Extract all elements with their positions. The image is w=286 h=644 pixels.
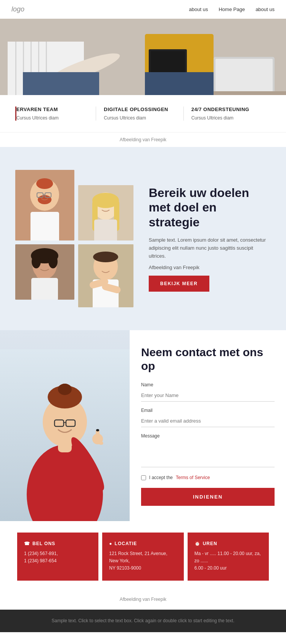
nav-link-about2[interactable]: about us	[255, 6, 275, 12]
feature-desc-1: Cursus Ultrices diam	[104, 115, 175, 121]
feature-title-2: 24/7 ONDERSTEUNING	[191, 107, 263, 112]
submit-button[interactable]: INDIENEN	[141, 488, 275, 506]
clock-icon: ⏰	[194, 541, 201, 546]
svg-rect-14	[23, 72, 99, 95]
info-card-location-title: ● LOCATIE	[109, 541, 177, 546]
pin-icon: ●	[109, 541, 112, 546]
logo: logo	[11, 5, 24, 13]
team-content: Bereik uw doelen met doel en strategie S…	[149, 186, 271, 292]
team-photo-4	[78, 244, 133, 307]
feature-title-0: ERVAREN TEAM	[16, 107, 88, 112]
team-heading: Bereik uw doelen met doel en strategie	[149, 186, 271, 229]
info-card-hours-title: ⏰ UREN	[194, 541, 262, 546]
info-card-hours: ⏰ UREN Ma - vr ..... 11.00 - 20.00 uur, …	[188, 533, 269, 581]
message-label: Message	[141, 433, 275, 439]
svg-point-19	[36, 178, 53, 189]
contact-heading: Neem contact met ons op	[141, 345, 275, 373]
terms-text: I accept the	[149, 475, 173, 480]
team-photos	[15, 170, 137, 307]
svg-point-34	[32, 255, 41, 268]
info-card-phone: ☎ BEL ONS 1 (234) 567-891, 1 (234) 987-6…	[17, 533, 98, 581]
feature-desc-2: Cursus Ultrices diam	[191, 115, 263, 121]
message-textarea[interactable]	[141, 441, 275, 467]
contact-form-area: Neem contact met ons op Name Email Messa…	[130, 330, 286, 521]
info-cards: ☎ BEL ONS 1 (234) 567-891, 1 (234) 987-6…	[0, 521, 286, 592]
svg-rect-24	[31, 212, 59, 240]
feature-item-0: ERVAREN TEAM Cursus Ultrices diam	[15, 107, 96, 121]
info-card-hours-body: Ma - vr ..... 11.00 - 20.00 uur, za, zo …	[194, 550, 262, 572]
footer-text: Sample text. Click to select the text bo…	[11, 617, 275, 625]
team-attribution: Afbeelding van Freepik	[149, 264, 271, 272]
feature-item-1: DIGITALE OPLOSSINGEN Cursus Ultrices dia…	[96, 107, 183, 121]
message-form-group: Message	[141, 433, 275, 469]
svg-rect-2	[15, 42, 16, 95]
name-form-group: Name	[141, 382, 275, 402]
info-card-location: ● LOCATIE 121 Rock Street, 21 Avenue, Ne…	[102, 533, 183, 581]
feature-item-2: 24/7 ONDERSTEUNING Cursus Ultrices diam	[183, 107, 271, 121]
svg-point-51	[58, 384, 72, 395]
info-card-location-body: 121 Rock Street, 21 Avenue, New York, NY…	[109, 550, 177, 572]
info-card-phone-body: 1 (234) 567-891, 1 (234) 987-654	[24, 550, 92, 565]
team-section: Bereik uw doelen met doel en strategie S…	[0, 147, 286, 330]
team-photo-3	[15, 244, 74, 300]
person2-svg	[78, 185, 133, 240]
feature-title-1: DIGITALE OPLOSSINGEN	[104, 107, 175, 112]
team-body: Sample text. Lorem ipsum dolor sit amet,…	[149, 236, 271, 260]
person3-svg	[15, 244, 74, 300]
hero-image	[0, 19, 286, 95]
email-form-group: Email	[141, 408, 275, 427]
contact-person-svg	[0, 349, 130, 521]
feature-desc-0: Cursus Ultrices diam	[16, 115, 88, 121]
svg-rect-15	[145, 72, 214, 95]
svg-point-40	[93, 252, 118, 262]
svg-point-35	[48, 255, 58, 268]
navigation: logo about us Home Page about us	[0, 0, 286, 19]
terms-link[interactable]: Terms of Service	[176, 475, 210, 480]
info-attribution: Afbeelding van Freepik	[0, 592, 286, 610]
email-input[interactable]	[141, 415, 275, 427]
terms-checkbox[interactable]	[141, 475, 146, 480]
nav-links: about us Home Page about us	[189, 6, 275, 12]
svg-rect-12	[215, 59, 273, 95]
svg-point-60	[96, 429, 99, 431]
person4-svg	[78, 244, 133, 307]
team-photo-2	[78, 185, 133, 240]
svg-rect-36	[31, 278, 58, 300]
contact-image	[0, 330, 130, 521]
contact-section: Neem contact met ons op Name Email Messa…	[0, 330, 286, 521]
name-label: Name	[141, 382, 275, 387]
team-photo-1	[15, 170, 74, 240]
features-attribution: Afbeelding van Freepik	[0, 132, 286, 147]
bekijk-meer-button[interactable]: BEKIJK MEER	[149, 276, 209, 292]
phone-icon: ☎	[24, 541, 30, 546]
email-label: Email	[141, 408, 275, 413]
nav-link-about1[interactable]: about us	[189, 6, 208, 12]
footer: Sample text. Click to select the text bo…	[0, 610, 286, 632]
features-strip: ERVAREN TEAM Cursus Ultrices diam DIGITA…	[0, 95, 286, 132]
nav-link-home[interactable]: Home Page	[219, 6, 245, 12]
person1-svg	[15, 170, 74, 240]
terms-row: I accept the Terms of Service	[141, 475, 275, 480]
hero-svg	[0, 19, 286, 95]
info-card-phone-title: ☎ BEL ONS	[24, 541, 92, 546]
svg-rect-30	[94, 220, 117, 240]
name-input[interactable]	[141, 389, 275, 402]
